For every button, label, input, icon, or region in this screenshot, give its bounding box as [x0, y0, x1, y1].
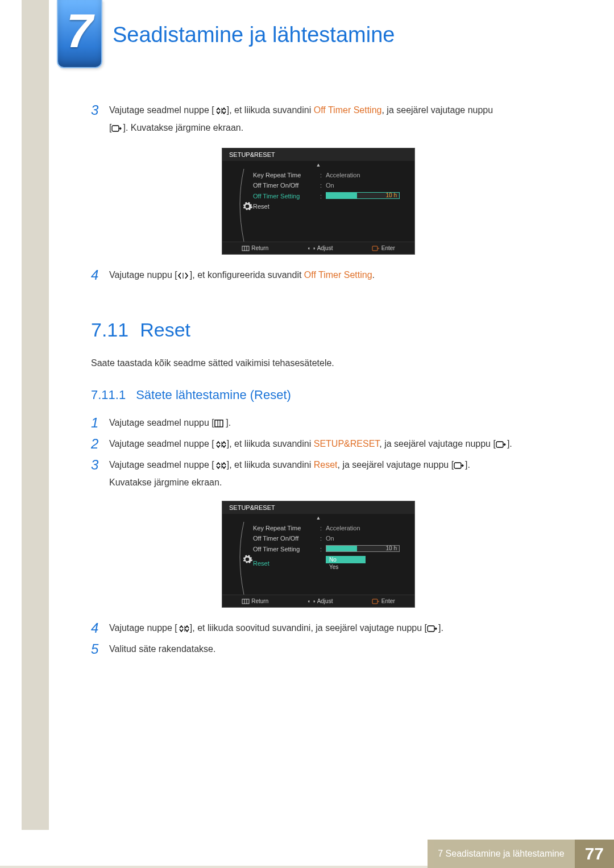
step-row: 2 Vajutage seadmel nuppe [], et liikuda … [91, 436, 546, 454]
step-row: 5 Valitud säte rakendatakse. [91, 641, 546, 657]
svg-rect-7 [215, 420, 223, 427]
step-text: Vajutage seadmel nuppe [], et liikuda su… [109, 457, 470, 491]
step-number: 3 [91, 457, 109, 491]
step-number: 4 [91, 267, 109, 285]
osd-footer: Return Adjust Enter [222, 595, 414, 607]
svg-rect-17 [372, 599, 377, 604]
svg-rect-11 [496, 442, 503, 447]
step-text: Vajutage seadmel nuppu [ ]. [109, 415, 231, 433]
step-row: 1 Vajutage seadmel nuppu [ ]. [91, 415, 546, 433]
osd-row: Key Repeat Time : Acceleration [253, 523, 414, 533]
chapter-badge: 7 [57, 0, 102, 68]
osd-up-arrow-icon: ▲ [222, 514, 414, 521]
osd-row: Off Timer On/Off : On [253, 533, 414, 543]
subsection-title: Sätete lähtestamine (Reset) [136, 388, 291, 402]
page-footer: 7 Seadistamine ja lähtestamine 77 [0, 840, 614, 868]
gear-icon [231, 554, 243, 565]
svg-rect-1 [112, 126, 119, 131]
enter-icon [111, 122, 123, 138]
enter-icon [454, 459, 465, 475]
osd-adjust-hint: Adjust [308, 245, 333, 251]
gear-icon [231, 201, 243, 212]
osd-dropdown-selected: No [326, 556, 366, 563]
step-number: 2 [91, 436, 109, 454]
svg-rect-19 [428, 626, 434, 632]
subsection-number: 7.11.1 [91, 388, 126, 402]
osd-screenshot-reset: SETUP&RESET ▲ Key Repeat Time : Accelera… [222, 501, 415, 608]
updown-icon [177, 622, 190, 638]
osd-adjust-hint: Adjust [308, 598, 333, 604]
osd-return-hint: Return [242, 245, 268, 251]
subsection-heading: 7.11.1 Sätete lähtestamine (Reset) [91, 388, 546, 402]
step-text: Vajutage nuppe [], et liikuda soovitud s… [109, 620, 443, 638]
osd-title: SETUP&RESET [222, 501, 414, 514]
footer-chapter-ref: 7 Seadistamine ja lähtestamine [428, 840, 574, 868]
svg-rect-14 [242, 599, 249, 604]
step-number: 5 [91, 641, 109, 657]
updown-icon [214, 104, 227, 120]
section-intro: Saate taastada kõik seadme sätted vaikim… [91, 358, 546, 368]
step-text: Vajutage seadmel nuppe [], et liikuda su… [109, 436, 512, 454]
step-row: 4 Vajutage nuppu [], et konfigureerida s… [91, 267, 546, 285]
osd-row: Off Timer On/Off : On [253, 180, 414, 190]
osd-return-hint: Return [242, 598, 268, 604]
osd-row-active: Reset No Yes [253, 554, 414, 572]
step-text: Vajutage nuppu [], et konfigureerida suv… [109, 267, 375, 285]
osd-row-active: Off Timer Setting : 10 h [253, 190, 414, 201]
osd-enter-hint: Enter [372, 598, 395, 604]
osd-screenshot-off-timer: SETUP&RESET ▲ Key Repeat Time : Accelera… [222, 148, 415, 255]
osd-dropdown-option: Yes [326, 564, 366, 570]
step-text: Valitud säte rakendatakse. [109, 641, 215, 657]
osd-row: Reset [253, 201, 414, 211]
highlight: Off Timer Setting [304, 270, 372, 280]
section-heading: 7.11 Reset [91, 319, 546, 341]
section-number: 7.11 [91, 319, 128, 341]
osd-footer: Return Adjust Enter [222, 242, 414, 254]
osd-title: SETUP&RESET [222, 148, 414, 161]
enter-icon [496, 438, 507, 454]
osd-enter-hint: Enter [372, 245, 395, 251]
chapter-number: 7 [67, 4, 93, 57]
osd-menu-list: Key Repeat Time : Acceleration Off Timer… [253, 169, 414, 235]
footer-rule [0, 866, 428, 868]
svg-rect-13 [454, 463, 461, 468]
footer-page-number: 77 [575, 840, 614, 868]
osd-curve-decor [222, 522, 253, 588]
highlight: SETUP&RESET [314, 439, 380, 448]
osd-up-arrow-icon: ▲ [222, 161, 414, 168]
step-row: 3 Vajutage seadmel nuppe [], et liikuda … [91, 457, 546, 491]
page-content: 3 Vajutage seadmel nuppe [], et liikuda … [91, 102, 546, 661]
step-number: 3 [91, 102, 109, 138]
step-number: 4 [91, 620, 109, 638]
updown-icon [214, 438, 227, 454]
step-number: 1 [91, 415, 109, 433]
osd-row: Off Timer Setting : 10 h [253, 543, 414, 554]
step-row: 3 Vajutage seadmel nuppe [], et liikuda … [91, 102, 546, 138]
slider-bar: 10 h [326, 545, 400, 552]
section-title: Reset [140, 319, 190, 341]
svg-rect-2 [242, 246, 249, 251]
osd-menu-list: Key Repeat Time : Acceleration Off Timer… [253, 522, 414, 588]
slider-bar: 10 h [326, 192, 400, 199]
highlight: Off Timer Setting [314, 105, 382, 115]
enter-icon [427, 622, 438, 638]
svg-rect-5 [372, 246, 377, 251]
step-text: Vajutage seadmel nuppe [], et liikuda su… [109, 102, 493, 138]
menu-icon [214, 417, 223, 433]
leftright-icon [177, 269, 190, 285]
highlight: Reset [314, 460, 338, 470]
left-margin-stripe [22, 0, 49, 830]
step-row: 4 Vajutage nuppe [], et liikuda soovitud… [91, 620, 546, 638]
osd-row: Key Repeat Time : Acceleration [253, 170, 414, 180]
osd-curve-decor [222, 169, 253, 235]
chapter-title: Seadistamine ja lähtestamine [113, 23, 395, 47]
updown-icon [214, 459, 227, 475]
